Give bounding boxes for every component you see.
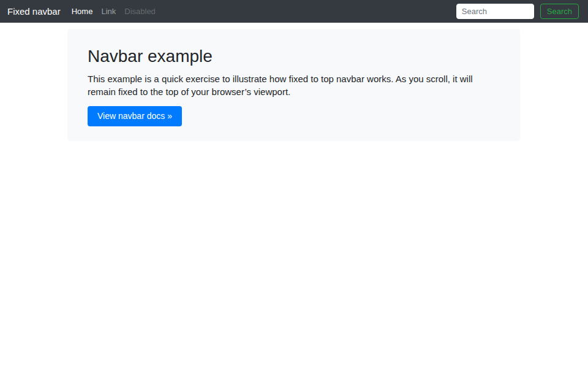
nav-item-disabled: Disabled — [120, 7, 160, 16]
top-navbar: Fixed navbar Home Link Disabled Search — [0, 0, 588, 23]
hero-description: This example is a quick exercise to illu… — [88, 72, 500, 98]
page-title: Navbar example — [88, 46, 500, 67]
hero-panel: Navbar example This example is a quick e… — [67, 29, 520, 141]
view-navbar-docs-button[interactable]: View navbar docs » — [88, 106, 182, 126]
search-input[interactable] — [456, 4, 534, 19]
navbar-brand[interactable]: Fixed navbar — [7, 6, 61, 17]
search-form: Search — [456, 4, 579, 19]
navbar-nav: Home Link Disabled — [67, 7, 160, 16]
nav-item-home[interactable]: Home — [67, 7, 97, 16]
search-button[interactable]: Search — [540, 4, 579, 19]
nav-item-link[interactable]: Link — [97, 7, 120, 16]
